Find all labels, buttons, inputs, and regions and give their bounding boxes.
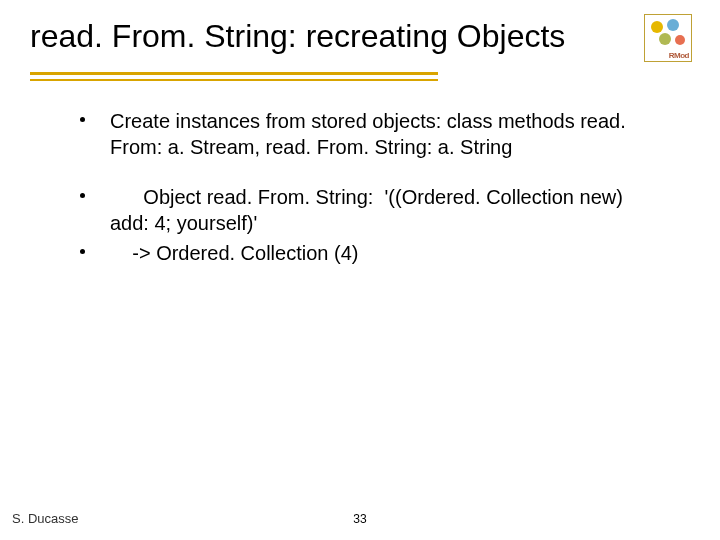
- logo: RMod: [644, 14, 692, 62]
- logo-circle-icon: [651, 21, 663, 33]
- bullet-item: -> Ordered. Collection (4): [80, 240, 660, 266]
- logo-box: RMod: [644, 14, 692, 62]
- logo-circle-icon: [659, 33, 671, 45]
- logo-label: RMod: [669, 51, 689, 60]
- logo-circle-icon: [675, 35, 685, 45]
- slide-title: read. From. String: recreating Objects: [30, 18, 690, 55]
- slide: read. From. String: recreating Objects R…: [0, 0, 720, 540]
- bullet-icon: [80, 193, 85, 198]
- title-underline: [30, 72, 438, 81]
- bullet-text: -> Ordered. Collection (4): [110, 240, 660, 266]
- footer-author: S. Ducasse: [12, 511, 78, 526]
- title-wrap: read. From. String: recreating Objects: [30, 18, 690, 55]
- bullet-icon: [80, 117, 85, 122]
- logo-circle-icon: [667, 19, 679, 31]
- bullet-item: Object read. From. String: '((Ordered. C…: [80, 184, 660, 236]
- bullet-text: Object read. From. String: '((Ordered. C…: [110, 184, 660, 236]
- bullet-item: Create instances from stored objects: cl…: [80, 108, 660, 160]
- footer-page-number: 33: [353, 512, 366, 526]
- bullet-text: Create instances from stored objects: cl…: [110, 108, 660, 160]
- slide-body: Create instances from stored objects: cl…: [80, 108, 660, 290]
- bullet-icon: [80, 249, 85, 254]
